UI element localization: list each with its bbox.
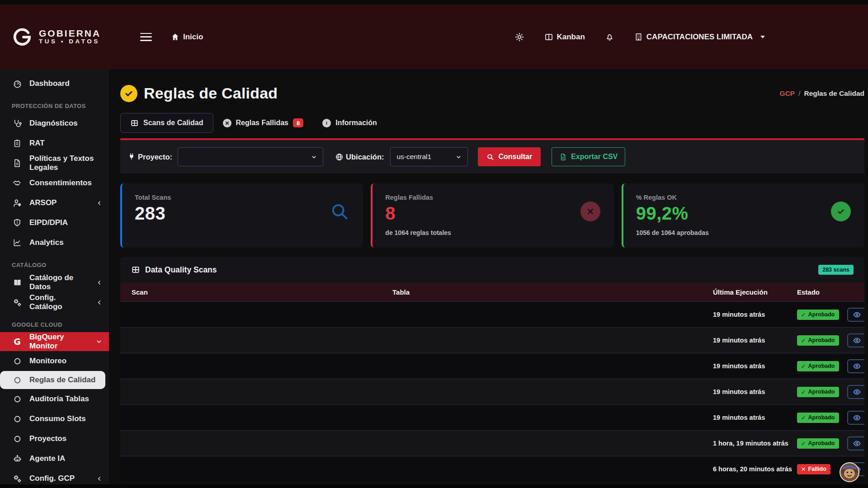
table-body: 19 minutos atrás ✓Aprobado 19 minutos at… — [120, 301, 864, 482]
export-csv-button[interactable]: Exportar CSV — [552, 147, 625, 166]
tab-scans-de-calidad[interactable]: Scans de Calidad — [120, 113, 213, 133]
view-scan-button[interactable] — [847, 308, 864, 322]
org-label: CAPACITACIONES LIMITADA — [646, 33, 753, 42]
user-avatar[interactable] — [839, 462, 860, 483]
nav-kanban-link[interactable]: Kanban — [544, 33, 585, 42]
check-icon: ✓ — [801, 337, 806, 344]
table-grid-icon — [130, 119, 139, 127]
handshake-icon — [12, 178, 23, 188]
project-select[interactable] — [178, 147, 323, 166]
building-icon — [634, 33, 643, 41]
sidebar-item-dashboard[interactable]: Dashboard — [0, 74, 109, 94]
sidebar-item-consentimientos[interactable]: Consentimientos — [0, 173, 109, 193]
sidebar-item-rat[interactable]: RAT — [0, 133, 109, 153]
gears-icon — [12, 474, 23, 483]
stat-value: 283 — [135, 203, 350, 224]
nav-home-link[interactable]: Inicio — [171, 33, 203, 42]
stat-cards-row: Total Scans 283 Reglas Fallidas 8 de 106… — [120, 183, 864, 248]
eye-icon — [853, 362, 861, 371]
gauge-icon — [12, 79, 23, 89]
sidebar-item-reglas-calidad[interactable]: Reglas de Calidad — [0, 371, 105, 389]
circle-icon — [12, 395, 23, 404]
project-filter-label: Proyecto: — [127, 153, 172, 161]
circle-check-icon — [831, 202, 851, 221]
sidebar-item-analytics[interactable]: Analytics — [0, 233, 109, 253]
sidebar-item-consumo-slots[interactable]: Consumo Slots — [0, 409, 109, 429]
column-header-tabla: Tabla — [392, 288, 713, 296]
brand-logo[interactable]: GOBIERNA TUS • DATOS — [12, 27, 124, 47]
quality-check-icon — [120, 85, 137, 102]
view-scan-button[interactable] — [847, 333, 864, 347]
sidebar-item-label: Auditoría Tablas — [29, 394, 89, 404]
sidebar-item-diagnosticos[interactable]: Diagnósticos — [0, 113, 109, 133]
tab-reglas-fallidas[interactable]: Reglas Fallidas 8 — [213, 113, 313, 133]
check-icon: ✓ — [801, 363, 806, 370]
status-badge: ✓Aprobado — [797, 361, 839, 371]
nav-home-label: Inicio — [183, 33, 203, 42]
view-scan-button[interactable] — [847, 385, 864, 399]
notifications-bell-icon[interactable] — [605, 32, 614, 42]
caret-down-icon — [760, 36, 765, 38]
table-row: 19 minutos atrás ✓Aprobado — [120, 404, 864, 430]
sidebar-item-bigquery-monitor[interactable]: G BigQuery Monitor — [0, 332, 109, 351]
eye-icon — [853, 413, 861, 422]
eye-icon — [853, 310, 861, 319]
chevron-left-icon — [96, 299, 103, 306]
sidebar-item-label: Proyectos — [29, 434, 66, 443]
sidebar-item-label: BigQuery Monitor — [29, 333, 89, 351]
view-scan-button[interactable] — [847, 359, 864, 373]
sidebar-item-politicas[interactable]: Políticas y Textos Legales — [0, 153, 109, 173]
view-scan-button[interactable] — [847, 411, 864, 425]
top-navbar: GOBIERNA TUS • DATOS Inicio Kanba — [0, 5, 868, 69]
cell-last-run: 6 horas, 20 minutos atrás — [713, 465, 797, 473]
column-header-estado: Estado — [797, 288, 847, 296]
chevron-left-icon — [96, 279, 103, 286]
x-icon: ✕ — [801, 466, 806, 473]
org-switcher[interactable]: CAPACITACIONES LIMITADA — [634, 33, 765, 42]
table-row: 19 minutos atrás ✓Aprobado — [120, 353, 864, 379]
sidebar-item-agente-ia[interactable]: Agente IA — [0, 449, 109, 469]
tab-label: Scans de Calidad — [143, 119, 203, 127]
breadcrumb-current: Reglas de Calidad — [804, 89, 864, 98]
cell-last-run: 19 minutos atrás — [713, 414, 797, 421]
status-badge: ✓Aprobado — [797, 310, 839, 320]
view-scan-button[interactable] — [847, 436, 864, 450]
sidebar-item-monitoreo[interactable]: Monitoreo — [0, 351, 109, 371]
sidebar-item-eipd[interactable]: EIPD/DPIA — [0, 213, 109, 233]
table-row: 1 hora, 19 minutos atrás ✓Aprobado — [120, 430, 864, 456]
tab-informacion[interactable]: Información — [313, 113, 387, 133]
sidebar-item-arsop[interactable]: ARSOP — [0, 193, 109, 213]
table-row: 6 horas, 20 minutos atrás ✕Fallido — [120, 456, 864, 482]
stat-subtext: de 1064 reglas totales — [385, 229, 601, 236]
document-icon — [12, 159, 23, 168]
circle-x-icon — [223, 119, 231, 127]
filter-bar: Proyecto: Ubicación: us-central1 Consult… — [120, 140, 864, 174]
sidebar-item-label: Config. Catálogo — [29, 293, 89, 311]
book-icon — [12, 278, 23, 287]
breadcrumb: GCP / Reglas de Calidad — [780, 89, 864, 98]
status-badge: ✓Aprobado — [797, 438, 839, 449]
google-g-icon: G — [12, 337, 23, 347]
tab-label: Reglas Fallidas — [236, 119, 289, 127]
settings-gear-icon[interactable] — [514, 32, 524, 42]
main-content: Reglas de Calidad GCP / Reglas de Calida… — [109, 69, 868, 488]
gears-icon — [12, 298, 23, 307]
navbar-right-group: Kanban CAPACITACIONES LIMITADA — [514, 32, 868, 42]
stat-subtext: 1056 de 1064 aprobadas — [636, 229, 852, 236]
sidebar-item-auditoria-tablas[interactable]: Auditoría Tablas — [0, 389, 109, 409]
location-select[interactable]: us-central1 — [390, 147, 468, 166]
location-filter-label: Ubicación: — [335, 153, 384, 161]
eye-icon — [853, 388, 861, 396]
consult-button[interactable]: Consultar — [478, 147, 541, 166]
sidebar-item-proyectos[interactable]: Proyectos — [0, 429, 109, 449]
stat-label: % Reglas OK — [636, 194, 852, 201]
sidebar-toggle-button[interactable] — [140, 33, 152, 41]
eye-icon — [853, 336, 861, 345]
status-badge: ✕Fallido — [797, 464, 830, 474]
sidebar-item-catalogo-datos[interactable]: Catálogo de Datos — [0, 272, 109, 292]
column-header-scan: Scan — [132, 288, 392, 296]
stat-card-total-scans: Total Scans 283 — [120, 183, 363, 248]
breadcrumb-gcp-link[interactable]: GCP — [780, 89, 795, 98]
sidebar-item-label: Monitoreo — [29, 357, 66, 366]
sidebar-item-config-catalogo[interactable]: Config. Catálogo — [0, 292, 109, 312]
